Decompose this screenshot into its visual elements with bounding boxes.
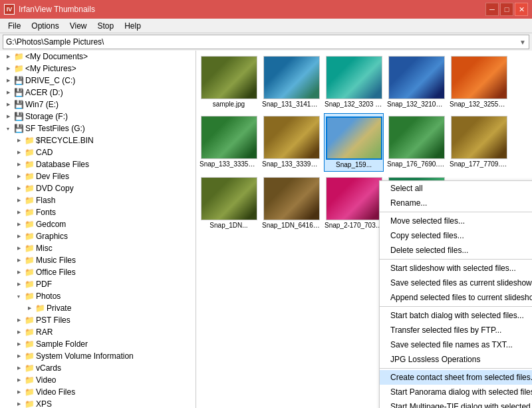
ctx-contact-sheet[interactable]: Create contact sheet from selected files… bbox=[380, 370, 532, 385]
thumb-snap2-170[interactable]: Snap_2-170_7036.... bbox=[324, 174, 384, 232]
thumb-snap132-3255[interactable]: Snap_132_3255_RJ - Copy.JPG bbox=[449, 53, 509, 110]
expander-private[interactable] bbox=[24, 303, 35, 313]
tree-item-office-files[interactable]: Office Files bbox=[0, 266, 196, 278]
address-dropdown-icon[interactable]: ▼ bbox=[519, 39, 526, 46]
expander-my-docs[interactable] bbox=[3, 51, 13, 62]
thumb-snap132-3203[interactable]: Snap_132_3203 - Copy - Copy.JPG bbox=[324, 53, 384, 110]
tree-item-misc[interactable]: Misc bbox=[0, 242, 196, 254]
tree-item-sf-testfiles[interactable]: 💾 SF TestFiles (G:) bbox=[0, 122, 196, 134]
tree-item-my-pics[interactable]: <My Pictures> bbox=[0, 63, 196, 75]
thumb-snap1dn[interactable]: Snap_1DN... bbox=[199, 174, 259, 232]
ctx-batch-dialog[interactable]: Start batch dialog with selected files..… bbox=[380, 308, 532, 323]
tree-item-sample-folder[interactable]: Sample Folder bbox=[0, 338, 196, 350]
tree-item-video-files[interactable]: Video Files bbox=[0, 386, 196, 398]
expander-gedcom[interactable] bbox=[13, 219, 24, 230]
menu-help[interactable]: Help bbox=[119, 20, 146, 32]
tree-item-video[interactable]: Video bbox=[0, 374, 196, 386]
thumb-snap159[interactable]: Snap_159... bbox=[324, 113, 384, 172]
expander-my-pics[interactable] bbox=[3, 63, 13, 74]
tree-item-flash[interactable]: Flash bbox=[0, 194, 196, 206]
ctx-panorama[interactable]: Start Panorama dialog with selected file… bbox=[380, 385, 532, 399]
tree-item-storage-f[interactable]: 💾 Storage (F:) bbox=[0, 110, 196, 122]
address-bar[interactable]: G:\Photos\Sample Pictures\ ▼ bbox=[3, 35, 529, 49]
expander-cad[interactable] bbox=[13, 147, 24, 158]
thumb-snap133-3339[interactable]: Snap_133_3339_RJ... bbox=[261, 113, 321, 172]
expander-video[interactable] bbox=[13, 375, 24, 385]
thumb-snap131[interactable]: Snap_131_3141_R... bbox=[261, 53, 321, 110]
expander-rar[interactable] bbox=[13, 327, 24, 337]
expander-dev-files[interactable] bbox=[13, 171, 24, 182]
menu-stop[interactable]: Stop bbox=[92, 20, 120, 32]
ctx-delete-files[interactable]: Delete selected files... bbox=[380, 243, 532, 258]
expander-fonts[interactable] bbox=[13, 207, 24, 218]
menu-view[interactable]: View bbox=[65, 20, 92, 32]
menu-file[interactable]: File bbox=[3, 20, 26, 32]
tree-item-database-files[interactable]: Database Files bbox=[0, 158, 196, 170]
expander-acer-d[interactable] bbox=[3, 87, 13, 98]
ctx-move-files[interactable]: Move selected files... bbox=[380, 214, 532, 228]
expander-office-files[interactable] bbox=[13, 267, 24, 278]
menu-options[interactable]: Options bbox=[26, 20, 64, 32]
ctx-multipage-tif[interactable]: Start Multipage-TIF dialog with selected… bbox=[380, 399, 532, 408]
thumb-sample-jpg[interactable]: sample.jpg bbox=[199, 53, 259, 110]
tree-item-vcards[interactable]: vCards bbox=[0, 362, 196, 374]
expander-misc[interactable] bbox=[13, 243, 24, 254]
ctx-copy-files[interactable]: Copy selected files... bbox=[380, 228, 532, 243]
thumb-snap1dn-6416[interactable]: Snap_1DN_6416-0... bbox=[261, 174, 321, 232]
maximize-button[interactable]: □ bbox=[500, 3, 513, 16]
tree-item-pdf[interactable]: PDF bbox=[0, 278, 196, 290]
thumb-snap132-3210[interactable]: Snap_132_3210_RJ - Copy.JPG bbox=[386, 53, 446, 110]
close-button[interactable]: ✕ bbox=[515, 3, 528, 16]
thumb-snap176[interactable]: Snap_176_7690.JPG bbox=[386, 113, 446, 172]
ctx-jpg-lossless[interactable]: JPG Lossless Operations bbox=[380, 352, 532, 367]
tree-item-music-files[interactable]: Music Files bbox=[0, 254, 196, 266]
tree-item-gedcom[interactable]: Gedcom bbox=[0, 218, 196, 230]
tree-item-my-docs[interactable]: <My Documents> bbox=[0, 51, 196, 63]
ctx-save-slideshow[interactable]: Save selected files as current slideshow… bbox=[380, 276, 532, 290]
thumb-snap177[interactable]: Snap_177_7709.JPG bbox=[449, 113, 509, 172]
tree-item-rar[interactable]: RAR bbox=[0, 326, 196, 338]
expander-win7-e[interactable] bbox=[3, 99, 13, 110]
expander-pdf[interactable] bbox=[13, 279, 24, 290]
tree-item-graphics[interactable]: Graphics bbox=[0, 230, 196, 242]
ctx-transfer-ftp[interactable]: Transfer selected files by FTP... bbox=[380, 323, 532, 337]
expander-sf-testfiles[interactable] bbox=[3, 123, 13, 134]
tree-item-private[interactable]: Private bbox=[0, 302, 196, 314]
tree-item-fonts[interactable]: Fonts bbox=[0, 206, 196, 218]
thumb-snap133-3335[interactable]: Snap_133_3335_RJ - Copy.JPG bbox=[199, 113, 259, 172]
tree-item-sys-vol-info[interactable]: System Volume Information bbox=[0, 350, 196, 362]
tree-item-pst-files[interactable]: PST Files bbox=[0, 314, 196, 326]
expander-photos[interactable] bbox=[13, 291, 24, 302]
ctx-rename[interactable]: Rename... bbox=[380, 196, 532, 210]
tree-item-dev-files[interactable]: Dev Files bbox=[0, 170, 196, 182]
folder-icon-private bbox=[35, 303, 45, 313]
tree-item-cad[interactable]: CAD bbox=[0, 146, 196, 158]
tree-item-drive-c[interactable]: 💾 DRIVE_C (C:) bbox=[0, 75, 196, 87]
expander-vcards[interactable] bbox=[13, 363, 24, 373]
expander-storage-f[interactable] bbox=[3, 111, 13, 122]
expander-video-files[interactable] bbox=[13, 387, 24, 397]
tree-item-srecycle[interactable]: $RECYCLE.BIN bbox=[0, 134, 196, 146]
expander-sample-folder[interactable] bbox=[13, 339, 24, 349]
expander-pst-files[interactable] bbox=[13, 315, 24, 325]
expander-music-files[interactable] bbox=[13, 255, 24, 266]
expander-drive-c[interactable] bbox=[3, 75, 13, 86]
expander-graphics[interactable] bbox=[13, 231, 24, 242]
expander-sys-vol-info[interactable] bbox=[13, 351, 24, 361]
expander-srecycle[interactable] bbox=[13, 135, 24, 146]
tree-item-win7-e[interactable]: 💾 Win7 (E:) bbox=[0, 99, 196, 110]
tree-item-acer-d[interactable]: 💾 ACER (D:) bbox=[0, 87, 196, 99]
ctx-select-all[interactable]: Select all bbox=[380, 181, 532, 196]
app-icon: IV bbox=[4, 4, 15, 15]
tree-item-xps[interactable]: XPS bbox=[0, 398, 196, 408]
tree-item-dvd-copy[interactable]: DVD Copy bbox=[0, 182, 196, 194]
ctx-save-names[interactable]: Save selected file names as TXT... bbox=[380, 337, 532, 352]
expander-flash[interactable] bbox=[13, 195, 24, 206]
minimize-button[interactable]: ─ bbox=[485, 3, 499, 16]
expander-database-files[interactable] bbox=[13, 159, 24, 170]
expander-dvd-copy[interactable] bbox=[13, 183, 24, 194]
ctx-append-slideshow[interactable]: Append selected files to current slidesh… bbox=[380, 290, 532, 305]
ctx-start-slideshow[interactable]: Start slideshow with selected files... bbox=[380, 261, 532, 276]
expander-xps[interactable] bbox=[13, 399, 24, 408]
tree-item-photos[interactable]: Photos bbox=[0, 290, 196, 302]
